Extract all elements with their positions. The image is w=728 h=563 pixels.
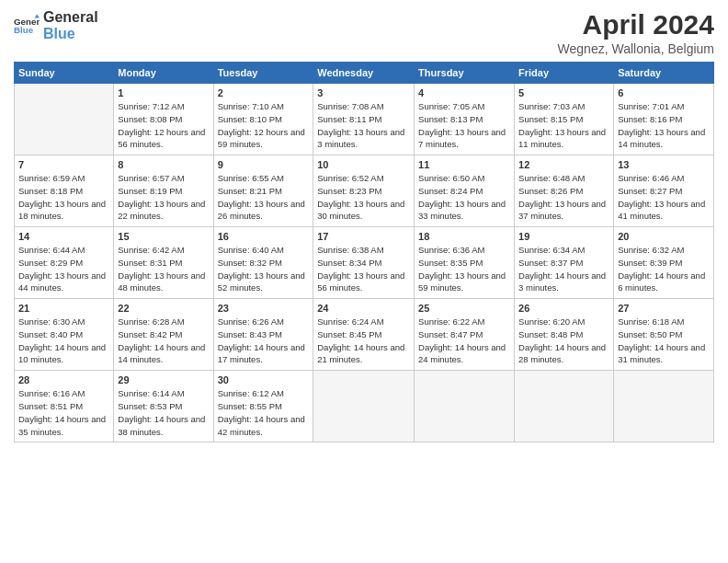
day-number: 2	[218, 87, 310, 98]
day-cell: 25Sunrise: 6:22 AMSunset: 8:47 PMDayligh…	[415, 299, 515, 371]
day-cell: 16Sunrise: 6:40 AMSunset: 8:32 PMDayligh…	[213, 227, 313, 299]
header-row: SundayMondayTuesdayWednesdayThursdayFrid…	[15, 63, 714, 84]
day-cell: 9Sunrise: 6:55 AMSunset: 8:21 PMDaylight…	[213, 155, 313, 227]
day-number: 19	[518, 231, 609, 242]
day-cell	[313, 371, 415, 442]
day-info: Sunrise: 6:16 AMSunset: 8:51 PMDaylight:…	[18, 387, 109, 438]
day-number: 18	[418, 231, 510, 242]
day-cell: 1Sunrise: 7:12 AMSunset: 8:08 PMDaylight…	[114, 84, 213, 155]
day-info: Sunrise: 6:55 AMSunset: 8:21 PMDaylight:…	[218, 172, 310, 223]
day-number: 4	[418, 87, 510, 98]
day-info: Sunrise: 7:03 AMSunset: 8:15 PMDaylight:…	[518, 100, 609, 151]
logo-line2: Blue	[43, 26, 98, 42]
svg-text:Blue: Blue	[14, 26, 34, 36]
header-cell-monday: Monday	[114, 63, 213, 84]
day-info: Sunrise: 6:36 AMSunset: 8:35 PMDaylight:…	[418, 244, 510, 294]
day-cell: 6Sunrise: 7:01 AMSunset: 8:16 PMDaylight…	[614, 84, 714, 155]
day-number: 25	[418, 303, 510, 314]
day-cell: 13Sunrise: 6:46 AMSunset: 8:27 PMDayligh…	[614, 155, 714, 227]
logo-icon: General Blue	[14, 13, 40, 39]
day-number: 10	[317, 159, 410, 170]
day-cell	[415, 371, 515, 442]
day-cell: 2Sunrise: 7:10 AMSunset: 8:10 PMDaylight…	[213, 84, 313, 155]
day-number: 15	[118, 231, 209, 242]
day-cell: 4Sunrise: 7:05 AMSunset: 8:13 PMDaylight…	[415, 84, 515, 155]
header-cell-thursday: Thursday	[415, 63, 515, 84]
header-cell-friday: Friday	[515, 63, 614, 84]
day-number: 7	[18, 159, 109, 170]
header-cell-saturday: Saturday	[614, 63, 714, 84]
day-info: Sunrise: 6:12 AMSunset: 8:55 PMDaylight:…	[218, 387, 310, 438]
day-cell: 22Sunrise: 6:28 AMSunset: 8:42 PMDayligh…	[114, 299, 213, 371]
day-cell: 20Sunrise: 6:32 AMSunset: 8:39 PMDayligh…	[614, 227, 714, 299]
day-number: 13	[618, 159, 710, 170]
day-info: Sunrise: 7:05 AMSunset: 8:13 PMDaylight:…	[418, 100, 510, 151]
header: General Blue General Blue April 2024 Weg…	[14, 9, 714, 56]
calendar-table: SundayMondayTuesdayWednesdayThursdayFrid…	[14, 62, 714, 442]
page: General Blue General Blue April 2024 Weg…	[0, 0, 728, 563]
day-info: Sunrise: 6:40 AMSunset: 8:32 PMDaylight:…	[218, 244, 310, 294]
day-number: 26	[518, 303, 609, 314]
day-info: Sunrise: 6:59 AMSunset: 8:18 PMDaylight:…	[18, 172, 109, 223]
day-number: 27	[618, 303, 710, 314]
day-info: Sunrise: 6:48 AMSunset: 8:26 PMDaylight:…	[518, 172, 609, 223]
day-info: Sunrise: 6:50 AMSunset: 8:24 PMDaylight:…	[418, 172, 510, 223]
day-cell: 10Sunrise: 6:52 AMSunset: 8:23 PMDayligh…	[313, 155, 415, 227]
day-number: 17	[317, 231, 410, 242]
day-cell: 18Sunrise: 6:36 AMSunset: 8:35 PMDayligh…	[415, 227, 515, 299]
day-cell	[15, 84, 114, 155]
day-cell: 27Sunrise: 6:18 AMSunset: 8:50 PMDayligh…	[614, 299, 714, 371]
day-number: 23	[218, 303, 310, 314]
day-cell: 19Sunrise: 6:34 AMSunset: 8:37 PMDayligh…	[515, 227, 614, 299]
day-number: 6	[618, 87, 710, 98]
logo-line1: General	[43, 9, 98, 26]
day-number: 12	[518, 159, 609, 170]
day-cell: 21Sunrise: 6:30 AMSunset: 8:40 PMDayligh…	[15, 299, 114, 371]
day-info: Sunrise: 7:10 AMSunset: 8:10 PMDaylight:…	[218, 100, 310, 151]
day-cell: 26Sunrise: 6:20 AMSunset: 8:48 PMDayligh…	[515, 299, 614, 371]
day-cell: 11Sunrise: 6:50 AMSunset: 8:24 PMDayligh…	[415, 155, 515, 227]
day-number: 3	[317, 87, 410, 98]
day-cell: 7Sunrise: 6:59 AMSunset: 8:18 PMDaylight…	[15, 155, 114, 227]
day-info: Sunrise: 6:26 AMSunset: 8:43 PMDaylight:…	[218, 316, 310, 366]
day-info: Sunrise: 6:28 AMSunset: 8:42 PMDaylight:…	[118, 316, 209, 366]
day-number: 5	[518, 87, 609, 98]
day-info: Sunrise: 7:01 AMSunset: 8:16 PMDaylight:…	[618, 100, 710, 151]
day-info: Sunrise: 7:08 AMSunset: 8:11 PMDaylight:…	[317, 100, 410, 151]
day-number: 24	[317, 303, 410, 314]
day-cell: 24Sunrise: 6:24 AMSunset: 8:45 PMDayligh…	[313, 299, 415, 371]
day-cell	[515, 371, 614, 442]
day-cell: 15Sunrise: 6:42 AMSunset: 8:31 PMDayligh…	[114, 227, 213, 299]
day-number: 1	[118, 87, 209, 98]
day-info: Sunrise: 6:20 AMSunset: 8:48 PMDaylight:…	[518, 316, 609, 366]
main-title: April 2024	[558, 9, 714, 40]
day-cell: 8Sunrise: 6:57 AMSunset: 8:19 PMDaylight…	[114, 155, 213, 227]
day-info: Sunrise: 6:57 AMSunset: 8:19 PMDaylight:…	[118, 172, 209, 223]
day-cell: 30Sunrise: 6:12 AMSunset: 8:55 PMDayligh…	[213, 371, 313, 442]
day-cell: 12Sunrise: 6:48 AMSunset: 8:26 PMDayligh…	[515, 155, 614, 227]
day-cell: 3Sunrise: 7:08 AMSunset: 8:11 PMDaylight…	[313, 84, 415, 155]
day-number: 30	[218, 374, 310, 385]
day-info: Sunrise: 6:34 AMSunset: 8:37 PMDaylight:…	[518, 244, 609, 294]
day-info: Sunrise: 6:46 AMSunset: 8:27 PMDaylight:…	[618, 172, 710, 223]
day-cell: 5Sunrise: 7:03 AMSunset: 8:15 PMDaylight…	[515, 84, 614, 155]
day-cell: 17Sunrise: 6:38 AMSunset: 8:34 PMDayligh…	[313, 227, 415, 299]
header-cell-wednesday: Wednesday	[313, 63, 415, 84]
week-row-1: 1Sunrise: 7:12 AMSunset: 8:08 PMDaylight…	[15, 84, 714, 155]
week-row-3: 14Sunrise: 6:44 AMSunset: 8:29 PMDayligh…	[15, 227, 714, 299]
day-info: Sunrise: 6:30 AMSunset: 8:40 PMDaylight:…	[18, 316, 109, 366]
day-number: 11	[418, 159, 510, 170]
day-info: Sunrise: 6:38 AMSunset: 8:34 PMDaylight:…	[317, 244, 410, 294]
subtitle: Wegnez, Wallonia, Belgium	[558, 41, 714, 56]
week-row-5: 28Sunrise: 6:16 AMSunset: 8:51 PMDayligh…	[15, 371, 714, 442]
day-number: 14	[18, 231, 109, 242]
title-block: April 2024 Wegnez, Wallonia, Belgium	[558, 9, 714, 56]
header-cell-tuesday: Tuesday	[213, 63, 313, 84]
day-number: 29	[118, 374, 209, 385]
week-row-2: 7Sunrise: 6:59 AMSunset: 8:18 PMDaylight…	[15, 155, 714, 227]
header-cell-sunday: Sunday	[15, 63, 114, 84]
day-info: Sunrise: 6:52 AMSunset: 8:23 PMDaylight:…	[317, 172, 410, 223]
day-number: 20	[618, 231, 710, 242]
day-info: Sunrise: 6:24 AMSunset: 8:45 PMDaylight:…	[317, 316, 410, 366]
day-number: 16	[218, 231, 310, 242]
